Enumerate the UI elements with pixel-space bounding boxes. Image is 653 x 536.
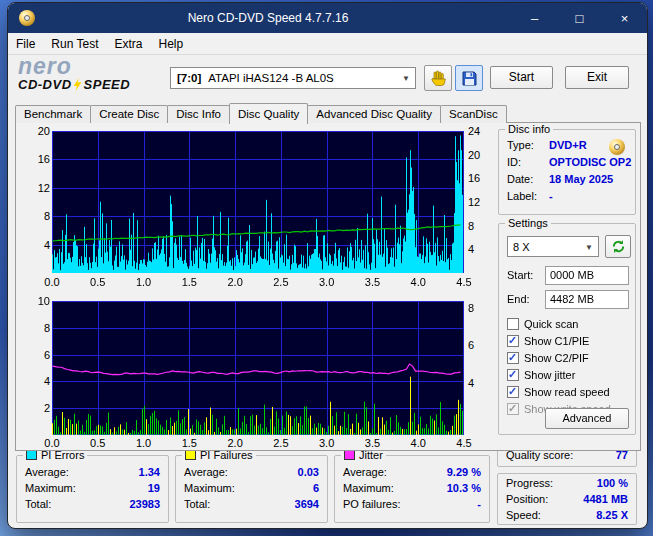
close-button[interactable]: × — [602, 3, 647, 33]
stat-label: Average: — [184, 466, 228, 478]
checkbox-label: Quick scan — [524, 318, 578, 330]
axis-tick-label: 1.0 — [129, 437, 159, 449]
stat-value: 0.03 — [298, 466, 319, 478]
maximize-button[interactable]: □ — [557, 3, 602, 33]
axis-tick-label: 8 — [26, 322, 50, 334]
menu-file[interactable]: File — [8, 37, 43, 51]
menu-run-test[interactable]: Run Test — [43, 37, 106, 51]
cd-dvd-speed-logo-text: CD-DVD SPEED — [18, 77, 168, 92]
checkbox-show-jitter[interactable]: Show jitter — [507, 369, 575, 381]
app-window: Nero CD-DVD Speed 4.7.7.16 – □ × File Ru… — [7, 2, 648, 529]
axis-tick-label: 10 — [26, 295, 50, 307]
axis-tick-label: 4.5 — [449, 276, 479, 288]
stat-label: Total: — [25, 498, 51, 510]
tab-benchmark[interactable]: Benchmark — [15, 105, 91, 123]
checkbox-box — [507, 386, 519, 398]
speed-select[interactable]: 8 X ▼ — [507, 236, 599, 257]
stat-value: 6 — [313, 482, 319, 494]
drive-select[interactable]: [7:0] ATAPI iHAS124 -B AL0S ▼ — [170, 67, 416, 89]
exit-button[interactable]: Exit — [565, 66, 629, 89]
stat-value: 19 — [148, 482, 160, 494]
menu-help[interactable]: Help — [151, 37, 192, 51]
pi-failures-stats-box: PI Failures Average: 0.03 Maximum: 6 Tot… — [175, 455, 328, 523]
pi-failures-jitter-plot — [52, 301, 464, 435]
scan-charts: 2016128424201612840.00.51.01.52.02.53.03… — [16, 123, 496, 450]
speed-value: 8.25 X — [596, 509, 628, 521]
axis-tick-label: 2.0 — [220, 276, 250, 288]
tab-strip: Benchmark Create Disc Disc Info Disc Qua… — [15, 103, 506, 123]
start-button[interactable]: Start — [490, 66, 553, 89]
title-bar: Nero CD-DVD Speed 4.7.7.16 – □ × — [8, 3, 647, 33]
checkbox-label: Show C1/PIE — [524, 335, 589, 347]
hand-icon — [430, 70, 446, 86]
stat-label: Average: — [25, 466, 69, 478]
refresh-capacity-button[interactable] — [605, 235, 631, 258]
axis-tick-label: 6 — [26, 349, 50, 361]
tab-disc-quality[interactable]: Disc Quality — [229, 103, 308, 124]
tab-advanced-disc-quality[interactable]: Advanced Disc Quality — [307, 105, 441, 123]
speed-value: 8 X — [513, 241, 530, 253]
axis-tick-label: 16 — [26, 153, 50, 165]
axis-tick-label: 4.0 — [403, 437, 433, 449]
lightning-icon — [74, 78, 82, 91]
axis-tick-label: 4.0 — [403, 276, 433, 288]
checkbox-show-c2-pif[interactable]: Show C2/PIF — [507, 352, 589, 364]
drive-address: [7:0] — [177, 72, 201, 84]
checkbox-quick-scan[interactable]: Quick scan — [507, 318, 578, 330]
stat-label: Total: — [184, 498, 210, 510]
stat-label: Average: — [343, 466, 387, 478]
checkbox-show-c1-pie[interactable]: Show C1/PIE — [507, 335, 589, 347]
disc-id-value: OPTODISC OP2 — [549, 156, 631, 168]
disc-date-value: 18 May 2025 — [549, 173, 613, 185]
disc-label-value: - — [549, 190, 553, 202]
checkbox-label: Show read speed — [524, 386, 610, 398]
logo-speed: SPEED — [84, 77, 131, 92]
status-box: Progress: 100 % Position: 4481 MB Speed:… — [497, 473, 637, 525]
minimize-button[interactable]: – — [512, 3, 557, 33]
disc-info-group: Disc info Type: DVD+R ID: OPTODISC OP2 D… — [498, 129, 636, 215]
axis-tick-label: 2.5 — [266, 276, 296, 288]
desktop-wallpaper: Nero CD-DVD Speed 4.7.7.16 – □ × File Ru… — [0, 0, 653, 536]
checkbox-box — [507, 352, 519, 364]
save-results-button[interactable] — [455, 65, 483, 91]
refresh-icon — [611, 239, 626, 254]
stat-label: Maximum: — [184, 482, 235, 494]
checkbox-box — [507, 403, 519, 415]
checkbox-show-read-speed[interactable]: Show read speed — [507, 386, 610, 398]
settings-title: Settings — [505, 217, 551, 229]
advanced-button[interactable]: Advanced — [545, 408, 629, 429]
drive-name: ATAPI iHAS124 -B AL0S — [208, 72, 334, 84]
floppy-disk-icon — [462, 71, 477, 86]
window-controls: – □ × — [512, 3, 647, 33]
tab-scandisc[interactable]: ScanDisc — [440, 105, 507, 123]
tab-disc-info[interactable]: Disc Info — [167, 105, 230, 123]
tab-create-disc[interactable]: Create Disc — [90, 105, 168, 123]
checkbox-box — [507, 318, 519, 330]
axis-tick-label: 3.0 — [312, 276, 342, 288]
end-position-label: End: — [507, 293, 530, 305]
stat-value: 23983 — [129, 498, 160, 510]
position-label: Position: — [506, 493, 548, 505]
stat-value: 1.34 — [139, 466, 160, 478]
eject-button[interactable] — [424, 65, 452, 91]
nero-logo-text: nero — [18, 55, 168, 78]
axis-tick-label: 0.5 — [83, 437, 113, 449]
axis-tick-label: 4 — [26, 239, 50, 251]
stat-value: - — [477, 498, 481, 510]
disc-info-title: Disc info — [505, 123, 553, 135]
jitter-stats-box: Jitter Average: 9.29 % Maximum: 10.3 % P… — [334, 455, 490, 523]
axis-tick-label: 0.0 — [37, 437, 67, 449]
chevron-down-icon: ▼ — [585, 243, 593, 252]
end-position-field[interactable]: 4482 MB — [545, 290, 629, 309]
pi-errors-chart — [52, 131, 464, 273]
start-position-field[interactable]: 0000 MB — [545, 266, 629, 285]
nero-logo: nero CD-DVD SPEED — [18, 55, 168, 92]
progress-label: Progress: — [506, 477, 553, 489]
axis-tick-label: 2.5 — [266, 437, 296, 449]
menu-extra[interactable]: Extra — [106, 37, 150, 51]
pi-errors-plot — [52, 131, 464, 273]
axis-tick-label: 0.5 — [83, 276, 113, 288]
axis-tick-label: 8 — [468, 220, 492, 232]
axis-tick-label: 8 — [468, 302, 492, 314]
checkbox-box — [507, 335, 519, 347]
